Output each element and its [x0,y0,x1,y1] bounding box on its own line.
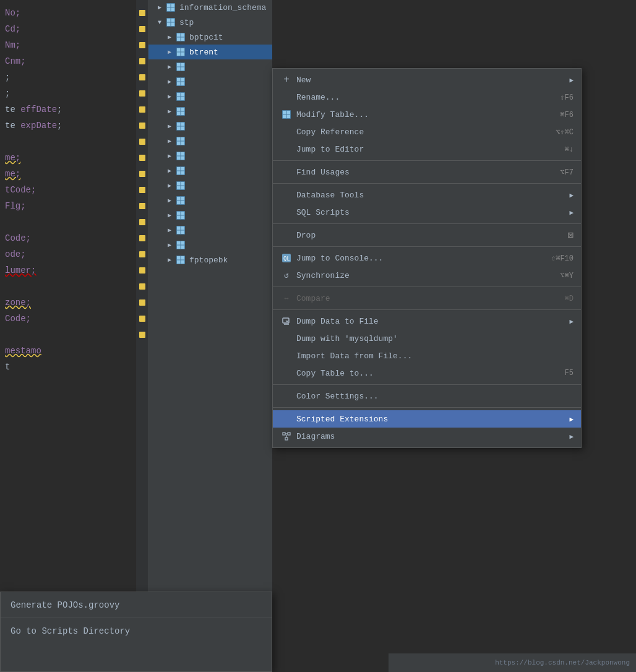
menu-label-import-data: Import Data from File... [296,351,412,361]
gutter-mark-15 [139,235,145,241]
svg-rect-84 [181,246,185,249]
svg-rect-89 [181,261,185,264]
svg-rect-27 [181,78,185,82]
menu-item-copy-table[interactable]: Copy Table to... F5 [273,364,581,382]
menu-item-drop[interactable]: Drop ⊠ [273,226,581,244]
svg-rect-94 [287,115,291,119]
svg-rect-13 [177,38,181,41]
submenu-arrow-db-tools: ▶ [569,191,574,199]
svg-rect-42 [181,123,185,126]
submenu-arrow-scripted-extensions: ▶ [569,415,574,423]
tree-item-information-schema[interactable]: ▶ information_schema [148,0,272,15]
tree-item-row-14[interactable]: ▶ [148,193,272,208]
svg-rect-18 [177,53,181,56]
svg-rect-34 [181,97,185,101]
tree-arrow-information-schema: ▶ [156,4,163,11]
shortcut-find-usages: ⌥F7 [560,168,574,177]
menu-label-drop: Drop [296,231,316,240]
menu-item-find-usages[interactable]: Find Usages ⌥F7 [273,163,581,181]
menu-item-dump-mysqldump[interactable]: Dump with 'mysqldump' [273,330,581,347]
context-menu: + New ▶ Rename... ⇧F6 Modify Table... ⌘F… [272,68,582,448]
menu-item-modify-table[interactable]: Modify Table... ⌘F6 [273,106,581,123]
menu-item-rename[interactable]: Rename... ⇧F6 [273,88,581,106]
svg-rect-16 [177,48,181,52]
menu-item-go-to-scripts[interactable]: Go to Scripts Directory [1,618,272,644]
svg-rect-54 [181,157,185,160]
tree-item-row-17[interactable]: ▶ [148,238,272,252]
compare-icon: ↔ [280,292,293,304]
code-line-8: te expDate; [0,118,148,134]
menu-item-sql-scripts[interactable]: SQL Scripts ▶ [273,204,581,221]
code-line-18 [0,278,148,295]
svg-rect-1 [167,4,171,7]
tree-item-row-15[interactable]: ▶ [148,208,272,223]
tree-item-row-16[interactable]: ▶ [148,223,272,238]
menu-label-new: New [296,75,311,85]
svg-rect-44 [181,127,185,131]
code-line-19: zone; [0,295,148,311]
gutter-mark-8 [139,123,145,129]
menu-item-color-settings[interactable]: Color Settings... [273,387,581,405]
shortcut-copy-reference: ⌥⇧⌘C [556,127,574,137]
tree-arrow-stp: ▼ [156,19,163,26]
menu-item-database-tools[interactable]: Database Tools ▶ [273,186,581,204]
tree-item-row-8[interactable]: ▶ [148,104,272,119]
tree-item-btrent[interactable]: ▶ btrent [148,45,272,59]
code-line-14 [0,214,148,230]
submenu-arrow-new: ▶ [569,76,574,84]
svg-rect-57 [181,167,185,171]
tree-item-row-7[interactable]: ▶ [148,89,272,104]
svg-rect-88 [177,261,181,264]
menu-label-jump-editor: Jump to Editor [296,145,364,154]
menu-item-scripted-extensions[interactable]: Scripted Extensions ▶ [273,410,581,428]
svg-rect-3 [167,8,171,12]
schema-icon-information-schema [166,2,176,12]
menu-item-jump-console[interactable]: QL Jump to Console... ⇧⌘F10 [273,249,581,267]
tree-item-row-9[interactable]: ▶ [148,119,272,134]
svg-rect-99 [288,433,290,435]
shortcut-compare: ⌘D [565,294,574,303]
tree-item-stp[interactable]: ▼ stp [148,15,272,30]
svg-rect-92 [287,111,291,114]
code-line-12: tCode; [0,182,148,198]
svg-rect-48 [177,142,181,145]
svg-rect-81 [177,241,181,245]
code-line-9 [0,134,148,150]
tree-item-row-11[interactable]: ▶ [148,149,272,163]
tree-item-bptpcit[interactable]: ▶ bptpcit [148,30,272,45]
menu-item-compare[interactable]: ↔ Compare ⌘D [273,290,581,307]
tree-item-row-13[interactable]: ▶ [148,178,272,193]
svg-rect-19 [181,53,185,56]
svg-rect-7 [171,19,175,22]
menu-item-new[interactable]: + New ▶ [273,71,581,88]
menu-item-copy-reference[interactable]: Copy Reference ⌥⇧⌘C [273,123,581,140]
svg-rect-83 [177,246,181,249]
menu-item-import-data[interactable]: Import Data from File... [273,347,581,364]
svg-rect-28 [177,82,181,86]
svg-rect-9 [171,23,175,27]
menu-label-database-tools: Database Tools [296,191,364,200]
svg-rect-32 [181,93,185,97]
svg-rect-58 [177,171,181,175]
copy-table-icon-spacer [280,367,293,379]
menu-item-synchronize[interactable]: ↺ Synchronize ⌥⌘Y [273,267,581,284]
tree-label-bptpcit: bptpcit [189,33,223,42]
menu-label-sql-scripts: SQL Scripts [296,208,350,217]
tree-item-row-6[interactable]: ▶ [148,74,272,89]
menu-item-diagrams[interactable]: Diagrams ▶ [273,428,581,445]
tree-item-row-10[interactable]: ▶ [148,134,272,149]
gutter-mark-11 [139,171,145,177]
menu-item-generate-pojos[interactable]: Generate POJOs.groovy [1,592,272,618]
jump-editor-icon-spacer [280,143,293,155]
tree-label-btrent: btrent [189,48,218,57]
svg-rect-56 [177,167,181,171]
menu-item-dump-data[interactable]: Dump Data to File ▶ [273,312,581,330]
gutter-mark-17 [139,267,145,274]
database-tools-icon-spacer [280,189,293,201]
menu-label-rename: Rename... [296,93,340,102]
tree-item-row-12[interactable]: ▶ [148,163,272,178]
menu-item-jump-editor[interactable]: Jump to Editor ⌘↓ [273,140,581,158]
tree-item-fptopebk[interactable]: ▶fptopebk [148,252,272,267]
svg-rect-12 [181,33,185,37]
tree-item-row-5[interactable]: ▶ [148,59,272,74]
